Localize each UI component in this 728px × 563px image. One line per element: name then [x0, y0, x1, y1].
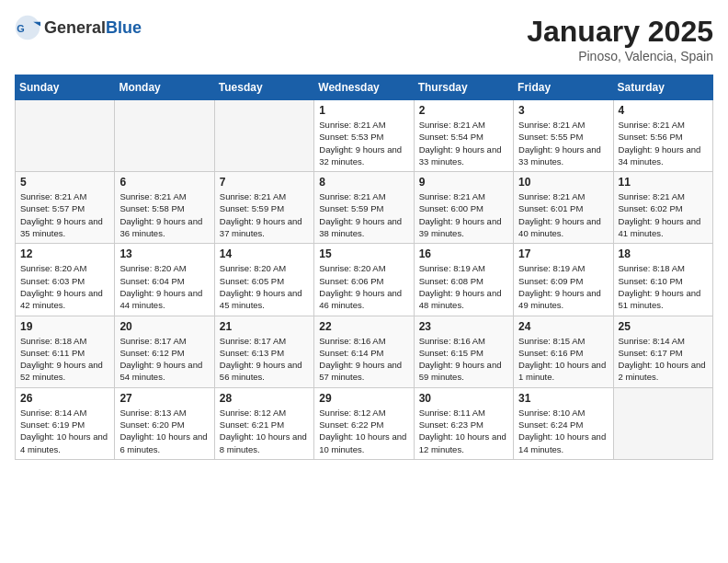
weekday-header-tuesday: Tuesday	[214, 75, 313, 100]
day-number: 29	[319, 392, 408, 405]
day-detail: Sunrise: 8:15 AM Sunset: 6:16 PM Dayligh…	[518, 335, 608, 384]
calendar-cell: 27Sunrise: 8:13 AM Sunset: 6:20 PM Dayli…	[115, 387, 214, 459]
day-number: 9	[419, 176, 508, 189]
calendar-cell: 1Sunrise: 8:21 AM Sunset: 5:53 PM Daylig…	[314, 100, 414, 172]
day-number: 16	[419, 247, 508, 260]
logo-text-blue: Blue	[106, 18, 142, 37]
day-number: 3	[518, 104, 608, 117]
day-detail: Sunrise: 8:17 AM Sunset: 6:13 PM Dayligh…	[220, 335, 309, 384]
calendar-cell: 7Sunrise: 8:21 AM Sunset: 5:59 PM Daylig…	[214, 172, 313, 244]
day-number: 11	[619, 176, 708, 189]
title-block: January 2025 Pinoso, Valencia, Spain	[527, 15, 713, 63]
calendar-cell: 5Sunrise: 8:21 AM Sunset: 5:57 PM Daylig…	[16, 172, 115, 244]
calendar-cell: 24Sunrise: 8:15 AM Sunset: 6:16 PM Dayli…	[514, 316, 613, 387]
calendar-cell: 15Sunrise: 8:20 AM Sunset: 6:06 PM Dayli…	[314, 244, 414, 316]
day-detail: Sunrise: 8:14 AM Sunset: 6:19 PM Dayligh…	[20, 407, 109, 455]
weekday-header-sunday: Sunday	[16, 75, 115, 100]
weekday-header-friday: Friday	[514, 75, 613, 100]
logo-text-general: General	[44, 18, 106, 37]
day-number: 1	[319, 104, 408, 117]
calendar-cell: 3Sunrise: 8:21 AM Sunset: 5:55 PM Daylig…	[514, 100, 613, 172]
calendar-cell: 21Sunrise: 8:17 AM Sunset: 6:13 PM Dayli…	[214, 316, 313, 387]
calendar-cell: 30Sunrise: 8:11 AM Sunset: 6:23 PM Dayli…	[414, 387, 513, 459]
day-number: 10	[518, 176, 608, 189]
day-detail: Sunrise: 8:20 AM Sunset: 6:05 PM Dayligh…	[220, 262, 309, 311]
calendar-cell: 23Sunrise: 8:16 AM Sunset: 6:15 PM Dayli…	[414, 316, 513, 387]
weekday-header-saturday: Saturday	[613, 75, 712, 100]
calendar-cell: 2Sunrise: 8:21 AM Sunset: 5:54 PM Daylig…	[414, 100, 513, 172]
day-detail: Sunrise: 8:11 AM Sunset: 6:23 PM Dayligh…	[419, 407, 508, 455]
day-detail: Sunrise: 8:16 AM Sunset: 6:14 PM Dayligh…	[319, 335, 408, 384]
calendar-cell: 8Sunrise: 8:21 AM Sunset: 5:59 PM Daylig…	[314, 172, 414, 244]
svg-text:G: G	[17, 23, 24, 34]
day-detail: Sunrise: 8:17 AM Sunset: 6:12 PM Dayligh…	[119, 335, 209, 384]
calendar-cell: 16Sunrise: 8:19 AM Sunset: 6:08 PM Dayli…	[414, 244, 513, 316]
day-number: 19	[20, 320, 109, 333]
day-detail: Sunrise: 8:10 AM Sunset: 6:24 PM Dayligh…	[518, 407, 608, 455]
logo: G GeneralBlue	[15, 15, 142, 40]
calendar-cell: 18Sunrise: 8:18 AM Sunset: 6:10 PM Dayli…	[613, 244, 712, 316]
day-number: 6	[119, 176, 209, 189]
calendar-cell: 25Sunrise: 8:14 AM Sunset: 6:17 PM Dayli…	[613, 316, 712, 387]
calendar-week-row: 1Sunrise: 8:21 AM Sunset: 5:53 PM Daylig…	[16, 100, 713, 172]
calendar-cell: 17Sunrise: 8:19 AM Sunset: 6:09 PM Dayli…	[514, 244, 613, 316]
day-detail: Sunrise: 8:12 AM Sunset: 6:22 PM Dayligh…	[319, 407, 408, 455]
day-number: 22	[319, 320, 408, 333]
day-number: 15	[319, 247, 408, 260]
day-number: 5	[20, 176, 109, 189]
day-number: 31	[518, 392, 608, 405]
day-detail: Sunrise: 8:18 AM Sunset: 6:10 PM Dayligh…	[619, 262, 708, 311]
day-number: 26	[20, 392, 109, 405]
calendar-title: January 2025	[527, 15, 713, 49]
calendar-cell: 29Sunrise: 8:12 AM Sunset: 6:22 PM Dayli…	[314, 387, 414, 459]
day-number: 24	[518, 320, 608, 333]
weekday-header-monday: Monday	[115, 75, 214, 100]
calendar-cell	[214, 100, 313, 172]
calendar-cell: 10Sunrise: 8:21 AM Sunset: 6:01 PM Dayli…	[514, 172, 613, 244]
day-number: 17	[518, 247, 608, 260]
day-number: 12	[20, 247, 109, 260]
day-number: 23	[419, 320, 508, 333]
calendar-week-row: 19Sunrise: 8:18 AM Sunset: 6:11 PM Dayli…	[16, 316, 713, 387]
calendar-cell: 14Sunrise: 8:20 AM Sunset: 6:05 PM Dayli…	[214, 244, 313, 316]
calendar-cell: 20Sunrise: 8:17 AM Sunset: 6:12 PM Dayli…	[115, 316, 214, 387]
day-detail: Sunrise: 8:21 AM Sunset: 5:59 PM Dayligh…	[319, 190, 408, 239]
day-number: 25	[619, 320, 708, 333]
calendar-cell	[16, 100, 115, 172]
day-number: 27	[119, 392, 209, 405]
weekday-header-wednesday: Wednesday	[314, 75, 414, 100]
day-detail: Sunrise: 8:20 AM Sunset: 6:04 PM Dayligh…	[119, 262, 209, 311]
day-detail: Sunrise: 8:21 AM Sunset: 5:58 PM Dayligh…	[119, 190, 209, 239]
calendar-week-row: 5Sunrise: 8:21 AM Sunset: 5:57 PM Daylig…	[16, 172, 713, 244]
day-detail: Sunrise: 8:16 AM Sunset: 6:15 PM Dayligh…	[419, 335, 508, 384]
day-detail: Sunrise: 8:12 AM Sunset: 6:21 PM Dayligh…	[220, 407, 309, 455]
calendar-location: Pinoso, Valencia, Spain	[527, 49, 713, 63]
day-number: 8	[319, 176, 408, 189]
day-number: 7	[220, 176, 309, 189]
calendar-week-row: 26Sunrise: 8:14 AM Sunset: 6:19 PM Dayli…	[16, 387, 713, 459]
weekday-header-row: SundayMondayTuesdayWednesdayThursdayFrid…	[16, 75, 713, 100]
calendar-cell: 12Sunrise: 8:20 AM Sunset: 6:03 PM Dayli…	[16, 244, 115, 316]
day-detail: Sunrise: 8:13 AM Sunset: 6:20 PM Dayligh…	[119, 407, 209, 455]
day-number: 2	[419, 104, 508, 117]
day-detail: Sunrise: 8:21 AM Sunset: 6:02 PM Dayligh…	[619, 190, 708, 239]
calendar-cell: 28Sunrise: 8:12 AM Sunset: 6:21 PM Dayli…	[214, 387, 313, 459]
day-number: 4	[619, 104, 708, 117]
day-detail: Sunrise: 8:21 AM Sunset: 5:57 PM Dayligh…	[20, 190, 109, 239]
day-detail: Sunrise: 8:14 AM Sunset: 6:17 PM Dayligh…	[619, 335, 708, 384]
day-number: 13	[119, 247, 209, 260]
calendar-cell: 22Sunrise: 8:16 AM Sunset: 6:14 PM Dayli…	[314, 316, 414, 387]
day-detail: Sunrise: 8:20 AM Sunset: 6:06 PM Dayligh…	[319, 262, 408, 311]
calendar-cell: 11Sunrise: 8:21 AM Sunset: 6:02 PM Dayli…	[613, 172, 712, 244]
day-number: 30	[419, 392, 508, 405]
day-number: 14	[220, 247, 309, 260]
logo-icon: G	[15, 15, 40, 40]
day-detail: Sunrise: 8:21 AM Sunset: 5:54 PM Dayligh…	[419, 119, 508, 167]
calendar-cell: 6Sunrise: 8:21 AM Sunset: 5:58 PM Daylig…	[115, 172, 214, 244]
calendar-cell	[613, 387, 712, 459]
day-number: 28	[220, 392, 309, 405]
calendar-cell: 4Sunrise: 8:21 AM Sunset: 5:56 PM Daylig…	[613, 100, 712, 172]
day-detail: Sunrise: 8:21 AM Sunset: 5:59 PM Dayligh…	[220, 190, 309, 239]
day-detail: Sunrise: 8:20 AM Sunset: 6:03 PM Dayligh…	[20, 262, 109, 311]
day-detail: Sunrise: 8:21 AM Sunset: 5:55 PM Dayligh…	[518, 119, 608, 167]
